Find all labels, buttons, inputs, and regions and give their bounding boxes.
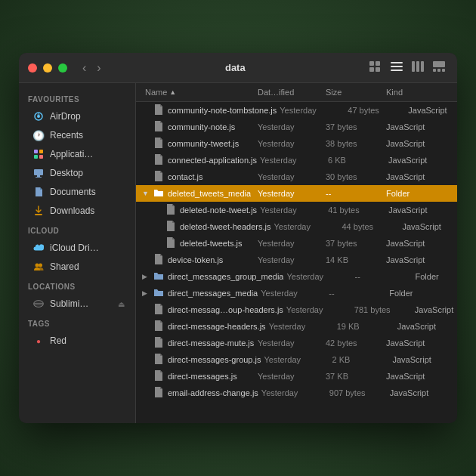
size-cell: 14 KB xyxy=(323,255,383,264)
expand-arrow: ▶ xyxy=(142,306,150,314)
expand-arrow: ▶ xyxy=(154,240,162,247)
kind-cell: JavaScript xyxy=(383,239,451,248)
size-cell: 19 KB xyxy=(334,322,394,331)
date-cell: Yesterday xyxy=(270,222,338,231)
list-view-button[interactable] xyxy=(388,60,406,76)
file-icon xyxy=(153,138,164,150)
sidebar-item-recents[interactable]: 🕐 Recents xyxy=(22,126,132,144)
kind-cell: Folder xyxy=(383,189,451,198)
expand-arrow: ▶ xyxy=(154,206,162,214)
documents-label: Documents xyxy=(50,187,96,197)
svg-rect-20 xyxy=(34,169,43,175)
view-buttons xyxy=(366,60,448,76)
table-row[interactable]: ▶ community-note-tombstone.js Yesterday … xyxy=(136,102,457,119)
file-name: deleted-note-tweet.js xyxy=(180,206,257,215)
size-cell: 47 bytes xyxy=(345,106,405,115)
svg-rect-0 xyxy=(369,61,374,66)
sidebar-item-shared[interactable]: Shared xyxy=(22,258,132,276)
file-name: direct-messag…oup-headers.js xyxy=(168,305,283,314)
minimize-button[interactable] xyxy=(43,63,52,73)
table-row[interactable]: ▶ email-address-change.js Yesterday 907 … xyxy=(136,385,457,401)
date-cell: Yesterday xyxy=(258,289,326,298)
file-name: direct-messages-group.js xyxy=(168,355,261,364)
size-cell: -- xyxy=(351,272,412,281)
svg-rect-21 xyxy=(37,175,40,177)
table-row[interactable]: ▶ direct_messages_group_media Yesterday … xyxy=(136,268,457,285)
expand-arrow[interactable]: ▶ xyxy=(142,273,150,280)
sidebar-item-tag-red[interactable]: ● Red xyxy=(22,332,132,350)
svg-rect-18 xyxy=(34,155,38,159)
svg-rect-16 xyxy=(34,150,38,153)
kind-cell: JavaScript xyxy=(385,156,453,165)
expand-arrow: ▶ xyxy=(142,323,150,330)
sidebar-item-downloads[interactable]: Downloads xyxy=(22,202,132,220)
svg-rect-19 xyxy=(39,155,43,159)
date-cell: Yesterday xyxy=(257,156,325,165)
date-cell: Yesterday xyxy=(255,239,323,248)
table-row[interactable]: ▶ deleted-tweets.js Yesterday 37 bytes J… xyxy=(136,235,457,252)
sidebar-item-applications[interactable]: Applicati… xyxy=(22,145,132,163)
sidebar-item-icloud-drive[interactable]: iCloud Dri… xyxy=(22,239,132,257)
kind-cell: JavaScript xyxy=(387,388,455,397)
date-column-header[interactable]: Dat…ified xyxy=(255,86,323,98)
file-name: direct_messages_group_media xyxy=(168,272,283,281)
svg-rect-3 xyxy=(376,67,380,72)
size-cell: -- xyxy=(323,189,383,198)
table-row[interactable]: ▼ deleted_tweets_media Yesterday -- Fold… xyxy=(136,185,457,202)
table-row[interactable]: ▶ deleted-note-tweet.js Yesterday 41 byt… xyxy=(136,202,457,218)
table-row[interactable]: ▶ community-note.js Yesterday 37 bytes J… xyxy=(136,119,457,135)
size-cell: 41 bytes xyxy=(325,206,385,215)
file-list: Name ▲ Dat…ified Size Kind ▶ commun xyxy=(136,83,457,423)
svg-rect-12 xyxy=(437,69,440,72)
sidebar-item-airdrop[interactable]: AirDrop xyxy=(22,107,132,125)
sidebar-item-sublimi[interactable]: Sublimi… ⏏ xyxy=(22,295,132,313)
red-tag-label: Red xyxy=(50,335,66,346)
table-row[interactable]: ▶ direct_messages_media Yesterday -- Fol… xyxy=(136,285,457,301)
eject-icon[interactable]: ⏏ xyxy=(118,300,125,308)
sidebar: Favourites AirDrop 🕐 Recents Applicati… xyxy=(19,83,136,423)
size-cell: 30 bytes xyxy=(323,172,383,181)
table-row[interactable]: ▶ deleted-tweet-headers.js Yesterday 44 … xyxy=(136,218,457,235)
maximize-button[interactable] xyxy=(58,63,67,73)
table-row[interactable]: ▶ direct-messages.js Yesterday 37 KB Jav… xyxy=(136,368,457,385)
title-bar: ‹ › data xyxy=(19,53,457,83)
file-name: deleted-tweet-headers.js xyxy=(180,222,270,231)
file-icon xyxy=(153,171,164,183)
svg-rect-6 xyxy=(391,70,403,71)
table-row[interactable]: ▶ direct-messages-group.js Yesterday 2 K… xyxy=(136,351,457,368)
svg-point-24 xyxy=(36,264,39,267)
file-name: device-token.js xyxy=(168,255,223,264)
table-row[interactable]: ▶ direct-messag…oup-headers.js Yesterday… xyxy=(136,301,457,318)
column-view-button[interactable] xyxy=(409,60,427,76)
sidebar-item-documents[interactable]: Documents xyxy=(22,183,132,201)
expand-arrow[interactable]: ▼ xyxy=(142,190,150,197)
table-row[interactable]: ▶ community-tweet.js Yesterday 38 bytes … xyxy=(136,135,457,152)
svg-rect-13 xyxy=(442,69,445,72)
sidebar-item-desktop[interactable]: Desktop xyxy=(22,164,132,182)
table-row[interactable]: ▶ contact.js Yesterday 30 bytes JavaScri… xyxy=(136,168,457,185)
downloads-icon xyxy=(32,205,45,217)
date-cell: Yesterday xyxy=(255,139,323,148)
table-row[interactable]: ▶ direct-message-headers.js Yesterday 19… xyxy=(136,318,457,335)
size-cell: 6 KB xyxy=(325,156,385,165)
file-name: community-tweet.js xyxy=(168,139,239,148)
kind-cell: JavaScript xyxy=(385,206,453,215)
desktop-icon xyxy=(32,167,45,179)
close-button[interactable] xyxy=(28,63,37,73)
kind-cell: JavaScript xyxy=(394,322,457,331)
recents-label: Recents xyxy=(50,130,83,141)
kind-column-header[interactable]: Kind xyxy=(383,86,451,98)
icon-view-button[interactable] xyxy=(366,60,385,76)
gallery-view-button[interactable] xyxy=(430,60,448,76)
size-column-header[interactable]: Size xyxy=(323,86,383,98)
table-row[interactable]: ▶ device-token.js Yesterday 14 KB JavaSc… xyxy=(136,252,457,268)
table-row[interactable]: ▶ connected-application.js Yesterday 6 K… xyxy=(136,152,457,168)
shared-label: Shared xyxy=(50,261,79,272)
svg-rect-10 xyxy=(433,61,445,67)
file-icon xyxy=(153,154,164,166)
expand-arrow[interactable]: ▶ xyxy=(142,289,150,297)
forward-button[interactable]: › xyxy=(94,60,104,76)
table-row[interactable]: ▶ direct-message-mute.js Yesterday 42 by… xyxy=(136,335,457,351)
back-button[interactable]: ‹ xyxy=(79,60,89,76)
name-column-header[interactable]: Name ▲ xyxy=(142,86,255,98)
